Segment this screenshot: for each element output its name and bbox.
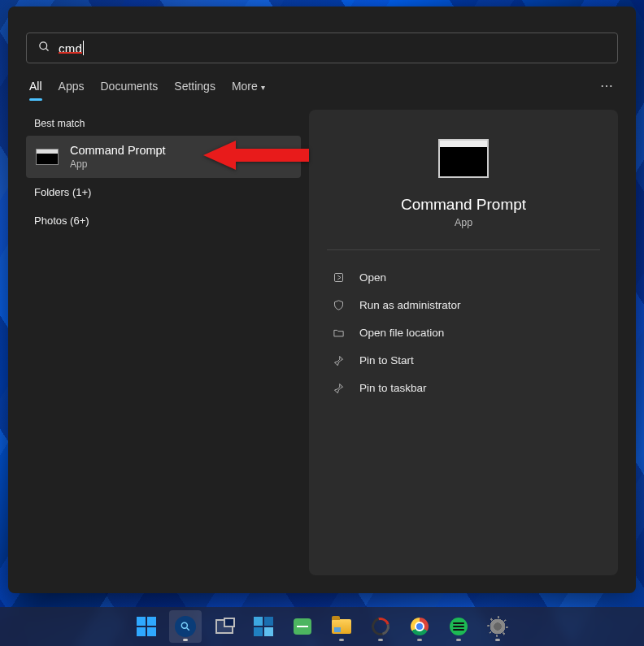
preview-app-icon [438, 139, 489, 178]
preview-subtitle: App [455, 217, 472, 228]
start-search-panel: cmd All Apps Documents Settings More▾ ⋯ … [8, 7, 636, 593]
search-icon [38, 41, 50, 56]
tab-all[interactable]: All [29, 80, 42, 101]
preview-title: Command Prompt [401, 196, 526, 214]
widgets-icon [254, 617, 273, 636]
taskview-icon [215, 619, 233, 634]
tab-more[interactable]: More▾ [232, 80, 265, 101]
search-tabs: All Apps Documents Settings More▾ ⋯ [8, 63, 636, 102]
svg-point-4 [181, 622, 187, 628]
chevron-down-icon: ▾ [261, 83, 265, 92]
action-label: Open file location [359, 327, 444, 339]
svg-line-5 [187, 628, 189, 631]
svg-line-1 [46, 48, 48, 50]
actions-list: Open Run as administrator Open file loca… [327, 265, 600, 400]
tab-apps[interactable]: Apps [59, 80, 85, 101]
taskbar-explorer[interactable] [325, 610, 358, 643]
result-title: Command Prompt [70, 144, 166, 157]
search-value: cmd [59, 41, 82, 55]
action-label: Pin to Start [359, 354, 414, 366]
overflow-button[interactable]: ⋯ [600, 78, 615, 102]
photos-section[interactable]: Photos (6+) [26, 206, 301, 235]
action-run-admin[interactable]: Run as administrator [327, 293, 600, 317]
cmd-icon [36, 149, 59, 165]
action-open[interactable]: Open [327, 265, 600, 289]
divider [327, 249, 600, 250]
results-column: Best match Command Prompt App Folders (1… [16, 110, 301, 575]
taskbar-settings[interactable] [481, 610, 514, 643]
shield-icon [332, 298, 345, 311]
text-cursor [83, 41, 84, 55]
file-explorer-icon [332, 619, 351, 634]
open-icon [332, 271, 345, 284]
chrome-icon [411, 618, 429, 635]
taskbar-widgets[interactable] [247, 610, 280, 643]
taskbar [0, 607, 644, 646]
taskbar-chat[interactable] [286, 610, 319, 643]
folders-section[interactable]: Folders (1+) [26, 178, 301, 206]
app-icon [368, 614, 393, 639]
best-match-result[interactable]: Command Prompt App [26, 136, 301, 178]
gear-icon [489, 618, 507, 635]
action-label: Run as administrator [359, 299, 461, 311]
taskbar-search[interactable] [169, 610, 202, 643]
svg-marker-2 [203, 141, 309, 170]
tab-settings[interactable]: Settings [174, 80, 215, 101]
annotation-arrow [203, 137, 309, 176]
taskbar-spotify[interactable] [442, 610, 475, 643]
svg-point-0 [40, 41, 47, 49]
folder-icon [332, 326, 345, 339]
best-match-heading: Best match [26, 110, 301, 136]
tab-documents[interactable]: Documents [100, 80, 158, 101]
action-pin-start[interactable]: Pin to Start [327, 348, 600, 372]
spotify-icon [450, 618, 468, 635]
search-box[interactable]: cmd [26, 33, 618, 63]
svg-rect-3 [334, 273, 342, 281]
taskbar-taskview[interactable] [208, 610, 241, 643]
spellcheck-underline [59, 52, 82, 54]
result-subtitle: App [70, 158, 166, 170]
preview-pane: Command Prompt App Open Run as administr… [309, 110, 618, 575]
search-icon [175, 616, 196, 637]
windows-logo-icon [137, 617, 156, 636]
chat-icon [294, 618, 311, 635]
taskbar-app[interactable] [364, 610, 397, 643]
search-input[interactable]: cmd [59, 41, 606, 55]
action-open-location[interactable]: Open file location [327, 320, 600, 345]
taskbar-chrome[interactable] [403, 610, 436, 643]
pin-icon [332, 353, 345, 366]
action-label: Open [359, 271, 386, 284]
taskbar-start[interactable] [130, 610, 163, 643]
action-label: Pin to taskbar [359, 382, 427, 394]
action-pin-taskbar[interactable]: Pin to taskbar [327, 375, 600, 400]
pin-icon [332, 381, 345, 394]
